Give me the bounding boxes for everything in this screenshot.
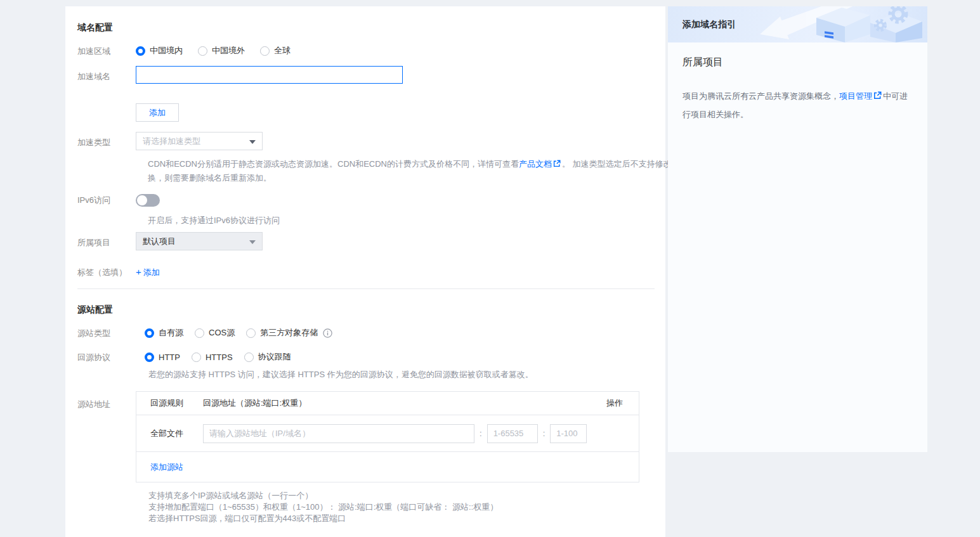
origin-note-line: 支持增加配置端口（1~65535）和权重（1~100）： 源站:端口:权重（端口… xyxy=(148,501,498,513)
project-manage-link[interactable]: 项目管理 xyxy=(839,91,872,101)
table-row: 全部文件 : : xyxy=(136,415,639,452)
radio-selected-icon xyxy=(136,46,145,56)
protocol-option-http[interactable]: HTTP xyxy=(145,353,180,362)
add-origin-link[interactable]: 添加源站 xyxy=(150,462,183,473)
radio-selected-icon xyxy=(145,353,154,362)
origin-addr-label: 源站地址 xyxy=(77,391,136,410)
project-select[interactable]: 默认项目 xyxy=(136,232,263,250)
region-row: 加速区域 中国境内 中国境外 全球 xyxy=(77,45,306,57)
region-label: 加速区域 xyxy=(77,45,136,57)
origin-table: 回源规则 回源地址（源站:端口:权重） 操作 全部文件 : : 添加源站 xyxy=(136,391,639,482)
origin-type-option-third-party[interactable]: 第三方对象存储 xyxy=(246,327,318,339)
product-doc-link[interactable]: 产品文档 xyxy=(519,159,552,169)
colon-separator: : xyxy=(543,429,546,438)
origin-config-title: 源站配置 xyxy=(77,304,113,316)
ipv6-label: IPv6访问 xyxy=(77,194,136,206)
guide-title: 添加域名指引 xyxy=(683,19,736,30)
project-row: 所属项目 默认项目 xyxy=(77,232,263,250)
guide-illustration xyxy=(756,6,927,42)
radio-icon xyxy=(195,328,204,338)
origin-port-input[interactable] xyxy=(487,424,538,443)
protocol-row: 回源协议 HTTP HTTPS 协议跟随 xyxy=(77,351,306,363)
radio-icon xyxy=(246,328,256,338)
radio-selected-icon xyxy=(145,328,154,338)
domain-config-panel: 域名配置 加速区域 中国境内 中国境外 全球 加速域名 添加 加速类 xyxy=(65,6,665,537)
colon-separator: : xyxy=(480,429,482,438)
domain-row: 加速域名 xyxy=(77,66,403,84)
origin-notes: 支持填充多个IP源站或域名源站（一行一个） 支持增加配置端口（1~65535）和… xyxy=(148,490,498,524)
add-button[interactable]: 添加 xyxy=(136,103,179,122)
section-divider xyxy=(77,288,655,289)
rule-cell: 全部文件 xyxy=(136,428,203,439)
tag-add-link[interactable]: +添加 xyxy=(136,266,160,278)
header-rule: 回源规则 xyxy=(136,398,203,409)
tag-label: 标签（选填） xyxy=(77,266,136,278)
info-icon[interactable] xyxy=(323,328,332,338)
protocol-help-text: 若您的源站支持 HTTPS 访问，建议选择 HTTPS 作为您的回源协议，避免您… xyxy=(148,368,533,381)
tag-row: 标签（选填） +添加 xyxy=(77,266,160,278)
chevron-down-icon xyxy=(249,140,256,144)
radio-icon xyxy=(192,353,201,362)
origin-weight-input[interactable] xyxy=(550,424,587,443)
domain-config-title: 域名配置 xyxy=(77,22,113,34)
domain-input[interactable] xyxy=(136,66,403,84)
toggle-knob xyxy=(137,195,147,205)
type-select[interactable]: 请选择加速类型 xyxy=(136,132,263,150)
protocol-label: 回源协议 xyxy=(77,351,136,363)
domain-label: 加速域名 xyxy=(77,66,136,82)
plus-icon: + xyxy=(136,266,141,277)
radio-icon xyxy=(244,353,254,362)
type-row: 加速类型 请选择加速类型 xyxy=(77,132,263,150)
project-label: 所属项目 xyxy=(77,232,136,249)
region-option-global[interactable]: 全球 xyxy=(260,45,291,56)
radio-icon xyxy=(260,46,270,56)
guide-header-band: 添加域名指引 xyxy=(668,6,927,42)
region-option-outside-china[interactable]: 中国境外 xyxy=(198,45,245,56)
ipv6-help-text: 开启后，支持通过IPv6协议进行访问 xyxy=(148,214,280,227)
ipv6-row: IPv6访问 xyxy=(77,194,160,207)
protocol-option-https[interactable]: HTTPS xyxy=(192,353,233,362)
origin-note-line: 支持填充多个IP源站或域名源站（一行一个） xyxy=(148,490,498,501)
radio-icon xyxy=(198,46,207,56)
origin-type-row: 源站类型 自有源 COS源 第三方对象存储 xyxy=(77,327,332,339)
external-link-icon xyxy=(873,88,882,106)
chevron-down-icon xyxy=(249,240,256,244)
guide-panel: 添加域名指引 所属项目 项目为腾讯云所有云产品共享资源集概念，项目管理中可进行项… xyxy=(668,6,927,452)
ipv6-toggle[interactable] xyxy=(136,194,160,207)
guide-section-title: 所属项目 xyxy=(683,56,723,69)
origin-type-option-cos[interactable]: COS源 xyxy=(195,327,235,339)
type-label: 加速类型 xyxy=(77,132,136,148)
header-actions: 操作 xyxy=(585,398,639,409)
origin-addr-row: 源站地址 回源规则 回源地址（源站:端口:权重） 操作 全部文件 : : 添加源… xyxy=(77,391,639,482)
type-help-text: CDN和ECDN分别适用于静态资源或动态资源加速。CDN和ECDN的计费方式及价… xyxy=(148,157,712,184)
origin-table-footer: 添加源站 xyxy=(136,452,639,482)
origin-note-line: 若选择HTTPS回源，端口仅可配置为443或不配置端口 xyxy=(148,513,498,524)
origin-type-option-self[interactable]: 自有源 xyxy=(145,327,183,339)
guide-paragraph: 项目为腾讯云所有云产品共享资源集概念，项目管理中可进行项目相关操作。 xyxy=(683,87,915,124)
origin-table-header: 回源规则 回源地址（源站:端口:权重） 操作 xyxy=(136,392,639,415)
add-row: 添加 xyxy=(77,103,179,122)
protocol-option-follow[interactable]: 协议跟随 xyxy=(244,351,291,363)
origin-type-label: 源站类型 xyxy=(77,327,136,339)
external-link-icon xyxy=(553,158,561,171)
origin-address-input[interactable] xyxy=(203,424,474,443)
header-address: 回源地址（源站:端口:权重） xyxy=(203,398,585,409)
region-option-china-mainland[interactable]: 中国境内 xyxy=(136,45,183,56)
